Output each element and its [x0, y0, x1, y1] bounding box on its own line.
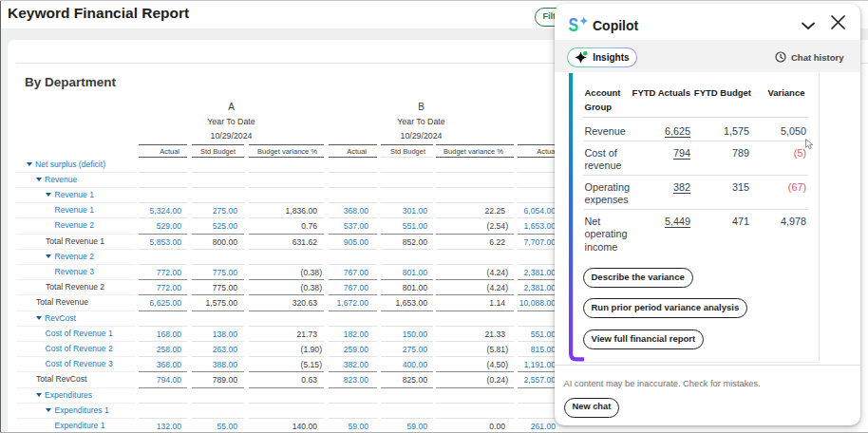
- svg-text:S: S: [569, 13, 579, 35]
